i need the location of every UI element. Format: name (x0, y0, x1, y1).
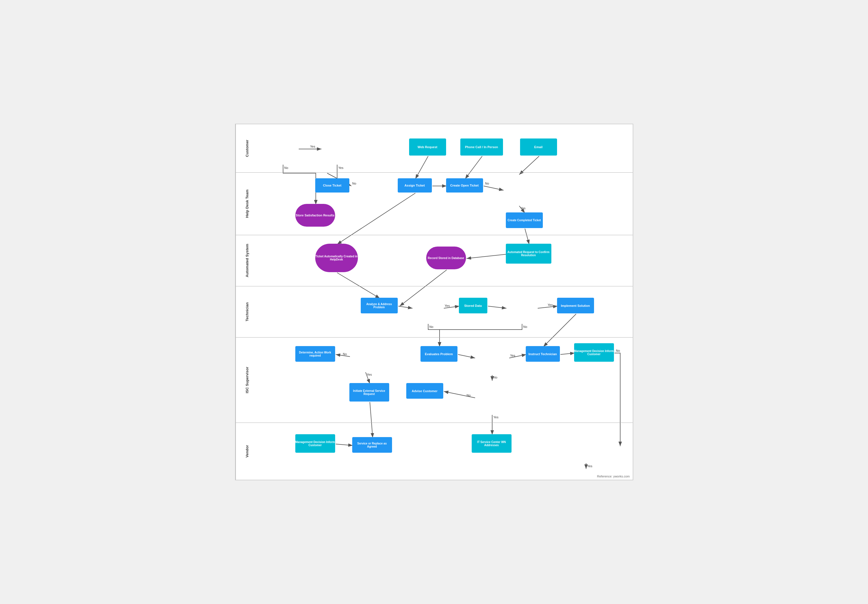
lane-isc: ISC Supervisor Determine, Action Work re… (236, 338, 633, 423)
node-washington: Washington Product? (474, 380, 509, 414)
lane-content-helpdesk: Close Ticket Store Satisfaction Results … (258, 173, 633, 235)
node-implement-solution: Implement Solution (557, 298, 594, 313)
node-management-isc: Management Decision Inform Customer (574, 343, 614, 362)
diagram-container: YesYesNoNoNoYesYesNoNoYesYesNoNoYesNoYes… (235, 124, 633, 480)
lane-vendor: Vendor Management Decision Inform Custom… (236, 423, 633, 480)
node-create-open-ticket: Create Open Ticket (446, 178, 483, 192)
node-ticket-auto: Ticket Automatically Created in HelpDesk (315, 244, 358, 272)
node-in-house: In-House Solution? (474, 341, 509, 375)
node-determine-action: Determine, Action Work required (295, 346, 335, 362)
lane-content-vendor: Management Decision Inform Customer Serv… (258, 423, 633, 480)
swim-lanes: Customer Responds Within 3 Days? Resolve… (236, 124, 633, 480)
lane-label-isc: ISC Supervisor (236, 338, 258, 423)
node-evaluates-problem: Evaluates Problem (420, 346, 457, 362)
lane-content-customer: Responds Within 3 Days? Resolved? Web Re… (258, 124, 633, 172)
lane-label-automated: Automated System (236, 235, 258, 286)
node-resolved: Resolved? (321, 133, 352, 164)
lane-technician: Technician Analyze & Address Problem Can… (236, 287, 633, 338)
node-it-service: IT Service Center WN Addresses (472, 434, 512, 453)
node-initiate-external: Initiate External Service Request (349, 383, 389, 401)
lane-content-technician: Analyze & Address Problem Can Solve Dire… (258, 287, 633, 337)
lane-customer: Customer Responds Within 3 Days? Resolve… (236, 124, 633, 173)
lane-label-technician: Technician (236, 287, 258, 337)
lane-automated: Automated System Ticket Automatically Cr… (236, 235, 633, 287)
node-analyze-address: Analyze & Address Problem (361, 298, 398, 313)
node-create-completed-ticket: Create Completed Ticket (506, 212, 543, 228)
node-close-ticket: Close Ticket (315, 178, 349, 192)
node-can-solve-tech: Can Solve Directly? (412, 292, 443, 323)
node-service-replace: Service or Replace as Agreed (352, 437, 392, 453)
lane-content-automated: Ticket Automatically Created in HelpDesk… (258, 235, 633, 286)
node-store-satisfaction: Store Satisfaction Results (295, 204, 335, 227)
node-bpa: BPA in Place? (349, 341, 381, 372)
node-responds: Responds Within 3 Days? (267, 133, 298, 164)
node-email: Email (520, 138, 557, 156)
lane-content-isc: Determine, Action Work required BPA in P… (258, 338, 633, 423)
node-web-request: Web Request (409, 138, 446, 156)
node-advise-customer: Advise Customer (406, 383, 443, 399)
node-can-solve-hd: Can Solve Directly? (503, 174, 534, 205)
node-washington2: Washington Product? (569, 429, 603, 463)
lane-label-vendor: Vendor (236, 423, 258, 480)
lane-label-customer: Customer (236, 124, 258, 172)
node-automated-request: Automated Request to Confirm Resolution (506, 244, 551, 263)
node-management-vendor: Management Decision Inform Customer (295, 434, 335, 453)
node-can-solve-tech2: Can Solve Directly? (506, 292, 537, 323)
node-assign-ticket: Assign Ticket (398, 178, 432, 192)
node-record-stored: Record Stored in Database (426, 246, 466, 269)
lane-label-helpdesk: Help Desk Team (236, 173, 258, 235)
node-instruct-tech: Instruct Technician (526, 346, 560, 362)
node-phone-call: Phone Call / In Person (460, 138, 503, 156)
lane-helpdesk: Help Desk Team Close Ticket Store Satisf… (236, 173, 633, 235)
node-stored-data: Stored Data (459, 298, 487, 313)
reference-text: Reference: yworks.com (597, 475, 630, 478)
